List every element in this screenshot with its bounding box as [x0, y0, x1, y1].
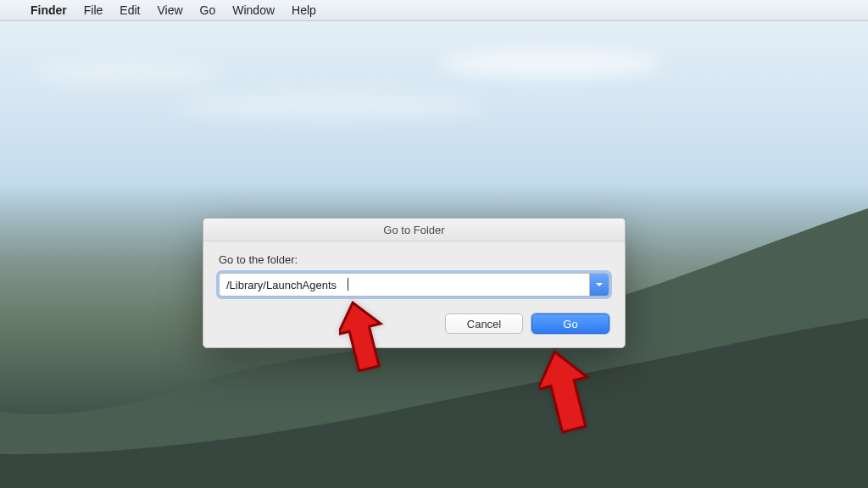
menubar-item-help[interactable]: Help	[283, 0, 325, 20]
dialog-title: Go to Folder	[203, 219, 625, 241]
dropdown-arrow-icon[interactable]	[589, 274, 609, 296]
menubar-item-file[interactable]: File	[75, 0, 112, 20]
menubar-item-view[interactable]: View	[148, 0, 191, 20]
cancel-button[interactable]: Cancel	[445, 313, 523, 334]
go-to-folder-dialog: Go to Folder Go to the folder: Cancel Go	[203, 218, 626, 348]
menubar-app-name[interactable]: Finder	[22, 0, 75, 20]
menubar: Finder File Edit View Go Window Help	[0, 0, 868, 20]
dialog-label: Go to the folder:	[219, 253, 609, 266]
menubar-item-edit[interactable]: Edit	[111, 0, 148, 20]
text-caret	[348, 278, 348, 291]
cloud-decoration	[441, 49, 661, 78]
cloud-decoration	[34, 61, 220, 85]
folder-path-combobox[interactable]	[219, 273, 609, 297]
cloud-decoration	[178, 93, 483, 119]
folder-path-input[interactable]	[220, 274, 589, 296]
go-button[interactable]: Go	[531, 313, 609, 334]
menubar-item-window[interactable]: Window	[224, 0, 283, 20]
menubar-item-go[interactable]: Go	[192, 0, 225, 20]
